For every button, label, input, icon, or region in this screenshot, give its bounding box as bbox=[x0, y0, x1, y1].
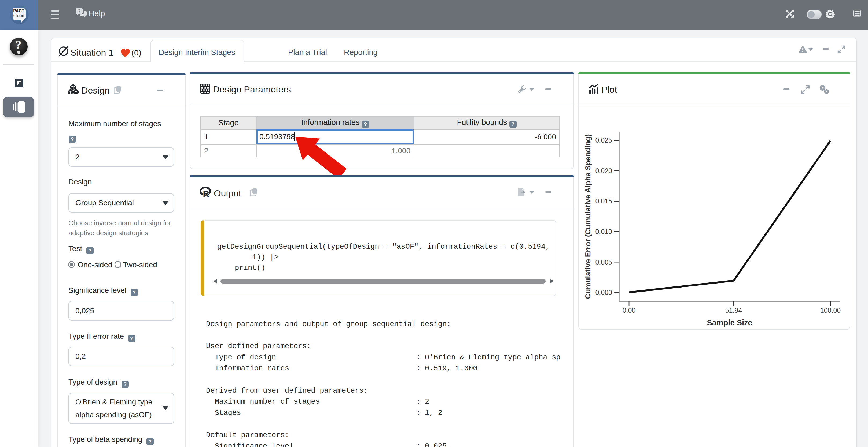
svg-text:0.00: 0.00 bbox=[623, 307, 636, 314]
svg-text:100.00: 100.00 bbox=[820, 307, 841, 314]
svg-text:Sample Size: Sample Size bbox=[707, 318, 752, 327]
svg-text:Cloud: Cloud bbox=[13, 13, 24, 18]
svg-text:R: R bbox=[203, 189, 209, 197]
svg-text:0.010: 0.010 bbox=[595, 228, 612, 235]
svg-text:0.020: 0.020 bbox=[595, 167, 612, 174]
svg-text:?: ? bbox=[78, 8, 81, 14]
svg-text:51.94: 51.94 bbox=[725, 307, 742, 314]
svg-text:Cumulative Error (Cumulative A: Cumulative Error (Cumulative Alpha Spend… bbox=[584, 134, 592, 299]
svg-text:0.025: 0.025 bbox=[595, 136, 612, 144]
svg-text:0.015: 0.015 bbox=[595, 197, 612, 205]
svg-text:0.005: 0.005 bbox=[595, 259, 612, 266]
svg-text:PACT: PACT bbox=[13, 8, 24, 13]
svg-text:0.000: 0.000 bbox=[595, 288, 612, 296]
